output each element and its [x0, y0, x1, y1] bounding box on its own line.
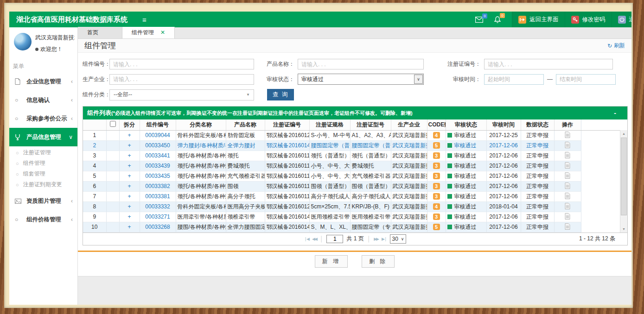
- manufacturer-input[interactable]: [109, 74, 254, 85]
- table-row[interactable]: 7 + 00033381 颈托/各种材质/各种规格 高分子颈托 鄂汉械备2016…: [83, 191, 627, 201]
- reg-model-cell: 腰围固定带（专业: [350, 222, 391, 232]
- component-code-link[interactable]: 00039044: [145, 132, 170, 138]
- mail-icon[interactable]: 0: [475, 17, 483, 23]
- table-row[interactable]: 2 + 00033450 弹力腰封/各种材质/各种规格 全弹力腰封 鄂汉械备20…: [83, 140, 627, 151]
- table-row[interactable]: 9 + 00033271 医用牵引带/各种材质/各种规格 颈椎牵引带 鄂汉械备2…: [83, 212, 627, 222]
- end-time-input[interactable]: [556, 74, 616, 85]
- table-row[interactable]: 5 + 00033435 颈托/各种材质/各种规格 充气颈椎牵引器 鄂汉械备20…: [83, 171, 627, 181]
- prev-page-button[interactable]: ◀◀: [312, 237, 317, 241]
- reg-no-input[interactable]: [484, 59, 613, 69]
- next-page-button[interactable]: ▶▶: [374, 237, 378, 241]
- view-detail-icon[interactable]: [565, 172, 570, 179]
- component-code-link[interactable]: 00033382: [145, 183, 170, 189]
- delete-button[interactable]: 删 除: [362, 255, 395, 268]
- expand-row-button[interactable]: +: [128, 193, 131, 200]
- expand-row-button[interactable]: +: [128, 214, 131, 220]
- view-detail-icon[interactable]: [565, 132, 570, 138]
- logout-button[interactable]: 退出: [612, 12, 632, 27]
- expand-row-button[interactable]: +: [128, 173, 131, 179]
- collapse-panel-button[interactable]: -: [614, 109, 616, 117]
- component-code-link[interactable]: 00033268: [145, 224, 170, 230]
- component-code-link[interactable]: 00033439: [145, 163, 170, 169]
- table-row[interactable]: 1 + 00039044 骨科外固定夹板/各种材质 肋骨固定板 鄂汉械备2016…: [83, 130, 627, 140]
- product-name-input[interactable]: [298, 59, 424, 69]
- header-actions: 返回主界面 修改密码 退出: [512, 12, 631, 27]
- last-page-button[interactable]: ▶❘: [382, 237, 386, 241]
- chevron-icon: ‹: [71, 78, 73, 85]
- page-size-select[interactable]: 30 ∨: [390, 234, 407, 244]
- status-square-icon: [447, 153, 452, 158]
- expand-row-button[interactable]: +: [128, 183, 131, 189]
- sidebar-item-reference-price[interactable]: ○ 采购参考价公示 ‹: [9, 109, 77, 128]
- view-detail-icon[interactable]: [565, 223, 570, 230]
- component-code-link[interactable]: 00033271: [145, 214, 170, 220]
- component-code-link[interactable]: 00033441: [145, 152, 170, 159]
- tab-home[interactable]: 首页: [78, 27, 122, 38]
- product-name-cell: 全弹力腰围固定带: [226, 222, 265, 232]
- add-button[interactable]: 新 增: [315, 255, 348, 268]
- table-row[interactable]: 10 + 00033268 腰围/各种材质/各种规格 全弹力腰围固定带 鄂汉械备…: [83, 222, 627, 232]
- component-code-link[interactable]: 00033435: [145, 173, 170, 179]
- component-code-link[interactable]: 00033332: [145, 203, 170, 210]
- expand-row-button[interactable]: +: [128, 152, 131, 159]
- tab-bar: 首页 组件管理 ✕: [78, 27, 631, 39]
- component-code-link[interactable]: 00033381: [145, 193, 170, 200]
- table-row[interactable]: 6 + 00033382 颈托/各种材质/各种规格 围领 鄂汉械备2016011…: [83, 181, 627, 191]
- scrollbar-thumb[interactable]: [621, 138, 627, 215]
- vertical-scrollbar[interactable]: ▲ ▼: [620, 130, 627, 232]
- scroll-up-icon[interactable]: ▲: [620, 130, 627, 137]
- bell-icon[interactable]: 0: [494, 16, 501, 23]
- status-square-icon: [447, 225, 452, 229]
- audit-time-cell: 2017-12-25: [486, 130, 521, 140]
- scroll-down-icon[interactable]: ▼: [620, 226, 627, 232]
- audit-time-cell: 2017-12-06: [486, 140, 521, 151]
- product-icon: [15, 134, 22, 140]
- start-time-input[interactable]: [484, 74, 544, 85]
- select-all-checkbox[interactable]: [110, 121, 116, 127]
- expand-row-button[interactable]: +: [128, 203, 131, 210]
- refresh-icon: ↻: [607, 43, 612, 49]
- close-tab-icon[interactable]: ✕: [160, 27, 165, 38]
- return-main-button[interactable]: 返回主界面: [512, 12, 565, 27]
- view-detail-icon[interactable]: [565, 152, 570, 158]
- sidebar-item-cert-expiry-change[interactable]: ○注册证到期变更: [9, 179, 77, 190]
- sidebar-item-registration-cert[interactable]: ○注册证管理: [9, 147, 77, 158]
- first-page-button[interactable]: ❘◀: [304, 237, 309, 241]
- view-detail-icon[interactable]: [565, 162, 570, 169]
- menu-toggle-icon[interactable]: ≡: [142, 16, 147, 24]
- expand-row-button[interactable]: +: [128, 224, 131, 230]
- view-detail-icon[interactable]: [565, 182, 570, 189]
- reg-spec-cell: S、M、L、XL、X: [309, 222, 350, 232]
- view-detail-icon[interactable]: [565, 193, 570, 199]
- expand-row-button[interactable]: +: [128, 142, 131, 149]
- code-count-badge: 4: [433, 203, 440, 210]
- data-status-cell: 正常申报: [521, 161, 554, 171]
- expand-row-button[interactable]: +: [128, 163, 131, 169]
- sidebar-item-qualification-images[interactable]: 资质图片管理 ‹: [9, 192, 77, 210]
- view-detail-icon[interactable]: [565, 203, 570, 209]
- sidebar-item-info-confirm[interactable]: ○ 信息确认 ‹: [9, 91, 77, 109]
- sidebar-item-component-price[interactable]: ○ 组件价格管理 ‹: [9, 210, 77, 229]
- sidebar-item-component-mgmt[interactable]: ○组件管理: [9, 158, 77, 169]
- search-button[interactable]: 查 询: [267, 89, 294, 100]
- table-row[interactable]: 4 + 00033439 颈托/各种材质/各种规格 费城颈托 鄂汉械备20160…: [83, 161, 627, 171]
- expand-row-button[interactable]: +: [128, 132, 131, 138]
- view-detail-icon[interactable]: [565, 142, 570, 148]
- refresh-button[interactable]: ↻ 刷新: [607, 42, 625, 50]
- reg-model-cell: 医用颈椎牵引带: [350, 212, 391, 222]
- component-code-link[interactable]: 00033450: [145, 142, 170, 149]
- change-password-button[interactable]: 修改密码: [565, 12, 612, 27]
- category-select[interactable]: --全部-- ▼: [109, 89, 254, 100]
- audit-status-select[interactable]: 审核通过 ∨: [298, 74, 424, 85]
- chevron-icon: ‹: [71, 115, 73, 122]
- component-no-input[interactable]: [109, 59, 254, 69]
- table-row[interactable]: 3 + 00033441 颈托/各种材质/各种规格 颈托 鄂汉械备2016011…: [83, 151, 627, 161]
- page-number-input[interactable]: [326, 235, 343, 243]
- tab-component-mgmt[interactable]: 组件管理 ✕: [122, 27, 175, 38]
- row-checkbox-cell: [106, 161, 119, 171]
- view-detail-icon[interactable]: [565, 213, 570, 220]
- table-row[interactable]: 8 + 00033332 骨科外固定夹板/各种材质 医用高分子夹板 鄂汉械备20…: [83, 201, 627, 212]
- sidebar-item-kit-mgmt[interactable]: ○组套管理: [9, 169, 77, 179]
- sidebar-item-enterprise-info[interactable]: 企业信息管理 ‹: [9, 72, 77, 91]
- sidebar-item-product-info[interactable]: 产品信息管理 ∨: [9, 128, 77, 146]
